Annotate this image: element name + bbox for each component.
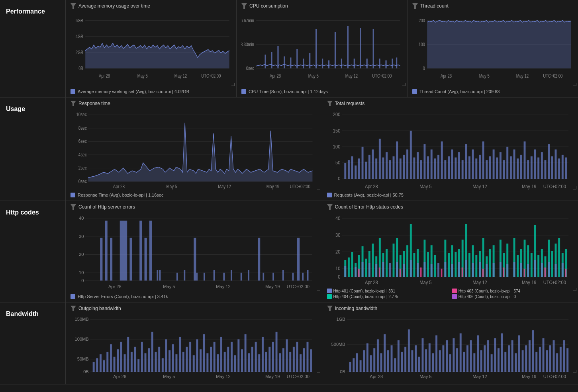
svg-text:May 5: May 5 [479, 73, 490, 78]
svg-rect-263 [517, 255, 519, 277]
svg-rect-96 [351, 156, 353, 179]
svg-marker-58 [427, 20, 571, 68]
svg-rect-197 [272, 273, 274, 281]
svg-rect-107 [389, 160, 391, 179]
svg-rect-312 [399, 269, 401, 277]
svg-rect-198 [282, 270, 284, 281]
svg-rect-267 [530, 253, 532, 277]
svg-rect-123 [444, 160, 446, 179]
svg-rect-430 [415, 345, 417, 372]
svg-rect-448 [477, 335, 479, 372]
svg-rect-157 [561, 155, 563, 179]
svg-rect-464 [532, 330, 534, 372]
svg-rect-371 [217, 354, 219, 372]
avg-memory-title-row: Average memory usage over time [71, 3, 231, 9]
svg-rect-446 [470, 340, 472, 372]
response-chart: 10sec 8sec 6sec 4sec 2sec 0sec Apr 28 Ma… [71, 109, 317, 189]
legend-color-406 [452, 294, 457, 299]
svg-rect-147 [527, 160, 529, 179]
svg-rect-290 [430, 264, 432, 277]
svg-rect-98 [358, 158, 360, 179]
svg-rect-200 [297, 238, 300, 281]
svg-rect-42 [373, 29, 374, 68]
legend-item-401: Http 401 (Count), bozic-io-api | 331 [327, 289, 448, 293]
svg-text:50: 50 [335, 160, 340, 166]
filter-icon-http-errors [71, 204, 76, 210]
corner-mark-incoming [573, 370, 576, 373]
svg-rect-411 [349, 362, 351, 372]
outgoing-title: Outgoing bandwidth [78, 306, 121, 311]
cpu-chart: 16.67min 8.33min 0sec Apr 28 May 5 May 1… [241, 12, 402, 86]
svg-rect-428 [408, 330, 409, 372]
svg-rect-469 [549, 345, 551, 372]
svg-rect-144 [517, 158, 519, 179]
svg-rect-395 [300, 354, 302, 372]
svg-rect-368 [206, 353, 208, 372]
legend-item-403: Http 403 (Count), bozic-io-api | 574 [452, 289, 573, 293]
svg-rect-154 [551, 156, 553, 179]
svg-text:May 19: May 19 [521, 280, 536, 285]
svg-rect-455 [501, 333, 503, 372]
svg-rect-370 [214, 342, 216, 372]
svg-rect-284 [389, 263, 391, 277]
http-errors-title: Count of Http server errors [78, 204, 135, 210]
svg-rect-185 [176, 273, 178, 281]
svg-text:10: 10 [79, 270, 84, 275]
svg-rect-220 [347, 257, 349, 277]
svg-rect-308 [554, 264, 556, 277]
usage-label: Usage [0, 98, 66, 201]
svg-rect-398 [310, 349, 312, 372]
avg-memory-title: Average memory usage over time [78, 3, 150, 9]
svg-marker-321 [71, 306, 76, 311]
svg-rect-431 [418, 357, 420, 372]
error-status-title: Count of Error Http status codes [335, 204, 403, 210]
svg-rect-113 [409, 131, 411, 179]
thread-panel: Thread count 200 100 0 Apr 28 May 5 May … [408, 0, 578, 97]
svg-rect-303 [520, 263, 522, 277]
svg-rect-435 [432, 353, 434, 372]
svg-rect-44 [385, 60, 386, 68]
svg-text:50MB: 50MB [77, 357, 89, 361]
cpu-panel: CPU consumption 16.67min 8.33min 0sec Ap… [237, 0, 408, 97]
svg-rect-357 [169, 350, 170, 372]
svg-rect-177 [110, 238, 112, 281]
svg-rect-418 [373, 348, 375, 372]
svg-rect-420 [380, 353, 382, 372]
performance-label: Performance [0, 0, 66, 97]
filter-icon [71, 3, 76, 9]
svg-rect-182 [149, 221, 152, 281]
svg-rect-372 [220, 337, 222, 372]
svg-rect-117 [423, 144, 425, 179]
svg-rect-129 [465, 144, 467, 179]
svg-rect-189 [204, 273, 205, 281]
svg-rect-225 [365, 259, 367, 277]
svg-rect-103 [375, 158, 377, 179]
svg-rect-461 [521, 350, 523, 372]
svg-rect-299 [492, 263, 494, 277]
svg-rect-294 [458, 262, 460, 277]
http-errors-chart: 40 30 20 10 0 Apr 28 May 5 May 12 May 19… [71, 213, 317, 291]
svg-rect-457 [507, 345, 509, 372]
svg-rect-45 [392, 59, 393, 68]
svg-text:May 12: May 12 [472, 184, 487, 189]
svg-text:UTC+02:00: UTC+02:00 [290, 184, 310, 189]
svg-rect-434 [428, 343, 430, 372]
legend-color-thread [412, 89, 417, 94]
svg-rect-304 [527, 264, 529, 277]
svg-marker-399 [327, 306, 333, 311]
svg-marker-203 [327, 204, 333, 210]
svg-text:0: 0 [338, 176, 340, 181]
svg-rect-348 [137, 359, 139, 372]
svg-rect-300 [499, 262, 501, 277]
svg-rect-440 [449, 354, 451, 372]
filter-icon-response [71, 101, 76, 106]
svg-rect-320 [565, 269, 566, 277]
svg-rect-119 [430, 150, 432, 179]
legend-color-cpu [241, 89, 246, 94]
svg-marker-0 [71, 3, 76, 9]
svg-rect-397 [307, 342, 309, 372]
svg-rect-295 [465, 260, 467, 277]
svg-rect-146 [523, 141, 525, 179]
svg-text:Apr 28: Apr 28 [113, 374, 126, 379]
svg-text:Apr 28: Apr 28 [364, 280, 378, 285]
